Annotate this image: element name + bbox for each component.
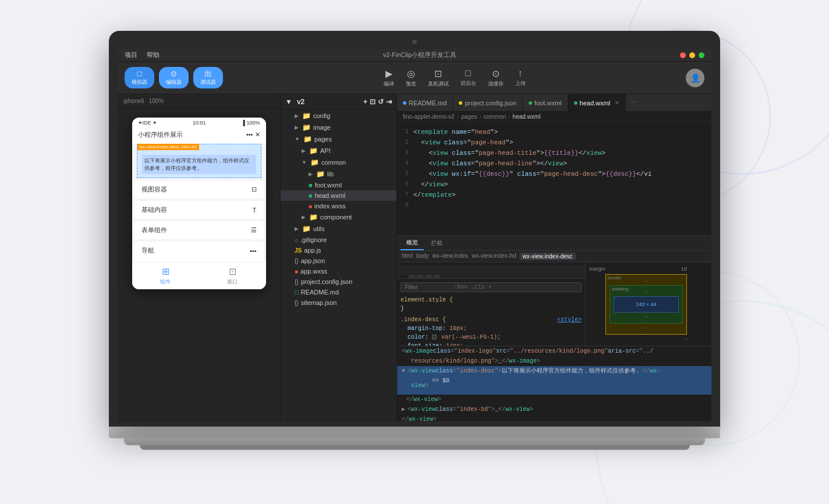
clear-cache-tool[interactable]: ⊙ 清缓存: [488, 68, 504, 88]
new-file-icon[interactable]: +: [363, 98, 367, 106]
background-tool[interactable]: □ 切后台: [460, 68, 476, 88]
preview-tool[interactable]: ◎ 预览: [406, 68, 416, 88]
app: 项目 帮助 v2-FinClip小程序开发工具 □ 模拟器: [118, 49, 711, 421]
devtools-tab-overview[interactable]: 概览: [401, 236, 424, 250]
device-debug-tool[interactable]: ⊡ 真机调试: [428, 68, 449, 88]
interface-tab-label: 接口: [227, 278, 238, 286]
simulator-icon: □: [137, 69, 142, 79]
tree-item-index-wxss[interactable]: ■ index.wxss: [281, 201, 396, 211]
editor-button[interactable]: ⊙ 编辑器: [159, 67, 189, 88]
tab-foot-wxml[interactable]: foot.wxml: [523, 94, 568, 112]
collapse-icon[interactable]: ⇥: [386, 98, 392, 106]
tree-item-project-config[interactable]: {} project.config.json: [281, 276, 396, 287]
app-title: v2-FinClip小程序开发工具: [169, 51, 671, 59]
el-tab-breakpoints[interactable]: [417, 275, 424, 278]
compile-tool[interactable]: ▶ 编译: [384, 68, 394, 88]
tree-item-app-wxss-label: app.wxss: [300, 268, 327, 275]
tree-item-app-json[interactable]: {} app.json: [281, 255, 396, 266]
avatar[interactable]: 👤: [686, 69, 704, 87]
tree-item-common[interactable]: ▼ 📁 common: [281, 157, 396, 168]
section-nav[interactable]: 导航 •••: [134, 242, 264, 260]
toolbar-left: □ 模拟器 ⊙ 编辑器 出 调试器: [125, 67, 223, 88]
filter-hint: :hov .cls +: [454, 284, 492, 290]
tree-item-lib[interactable]: ▶ 📁 lib: [281, 168, 396, 180]
tab-head-wxml[interactable]: head.wxml ✕: [568, 94, 626, 112]
phone-tab-interface[interactable]: ⊡ 接口: [199, 262, 266, 289]
tab-head-close[interactable]: ✕: [615, 100, 619, 106]
section-views-label: 视图容器: [141, 185, 167, 194]
tree-item-api[interactable]: ▶ 📁 API: [281, 145, 396, 157]
new-folder-icon[interactable]: ⊡: [370, 98, 375, 106]
tree-item-foot-wxml[interactable]: ■ foot.wxml: [281, 180, 396, 190]
window-controls: [680, 52, 704, 58]
phone-battery: ▐ 100%: [242, 120, 260, 126]
tree-item-api-label: API: [320, 147, 331, 154]
element-selector-bar: html body wx-view.index wx-view.index-hd…: [397, 251, 711, 262]
devtools-tab-intercept[interactable]: 拦截: [425, 237, 448, 250]
tab-project-config[interactable]: project.config.json: [453, 94, 523, 112]
tab-more[interactable]: ⋯: [626, 99, 642, 107]
css-rule-index-desc: .index-desc { <style> margin-top: 10px; …: [401, 315, 582, 346]
tree-item-sitemap[interactable]: {} sitemap.json: [281, 297, 396, 308]
phone-tab-component[interactable]: ⊞ 组件: [132, 262, 199, 289]
menu-item-help[interactable]: 帮助: [147, 51, 160, 59]
upload-tool[interactable]: ↑ 上传: [515, 68, 526, 88]
selector-wx-view-hd[interactable]: wx-view.index-hd: [472, 253, 516, 260]
html-line-3: ▼<wx-view class="index-desc">以下将展示小程序官方组…: [397, 366, 711, 376]
tree-item-app-js[interactable]: JS app.js: [281, 245, 396, 255]
section-basic[interactable]: 基础内容 T: [134, 201, 264, 219]
code-line-3: 3 <view class="page-head-title">{{title}…: [397, 148, 711, 158]
close-button[interactable]: [680, 52, 686, 58]
filter-bar: :hov .cls +: [401, 282, 582, 292]
tree-item-pages[interactable]: ▼ 📁 pages: [281, 133, 396, 145]
code-line-1: 1 <template name="head">: [397, 127, 711, 137]
section-form-label: 表单组件: [141, 226, 167, 235]
margin-value: 10: [681, 266, 687, 272]
code-line-4: 4 <view class="page-head-line"></view>: [397, 158, 711, 169]
html-line-4: view> == $0: [397, 376, 711, 395]
tree-item-utils[interactable]: ▶ 📁 utils: [281, 223, 396, 235]
laptop-bottom: [124, 438, 705, 445]
tree-item-component[interactable]: ▶ 📁 component: [281, 211, 396, 223]
minimize-button[interactable]: [689, 52, 695, 58]
el-tab-events[interactable]: [409, 275, 416, 278]
el-tab-properties[interactable]: [425, 275, 432, 278]
tree-item-app-wxss[interactable]: ■ app.wxss: [281, 266, 396, 276]
device-debug-label: 真机调试: [428, 80, 449, 88]
toolbar: □ 模拟器 ⊙ 编辑器 出 调试器: [118, 62, 711, 94]
section-views[interactable]: 视图容器 ⊡: [134, 180, 264, 198]
selector-wx-view-index[interactable]: wx-view.index: [433, 253, 469, 260]
tree-item-lib-label: lib: [327, 171, 334, 178]
filter-input[interactable]: [405, 284, 451, 290]
menu-item-project[interactable]: 项目: [125, 51, 137, 59]
debugger-button[interactable]: 出 调试器: [193, 67, 223, 88]
element-text: 以下将展示小程序官方组件能力，组件样式仅供参考，程序仅供参考。: [142, 155, 256, 174]
tree-item-config[interactable]: ▶ 📁 config: [281, 110, 396, 122]
el-tab-styles[interactable]: [401, 275, 408, 278]
debugger-label: 调试器: [200, 79, 216, 86]
section-form[interactable]: 表单组件 ☰: [134, 221, 264, 239]
el-tab-accessibility[interactable]: [433, 275, 440, 278]
devtools-html-panel: :hov .cls + element.style { } .index-des…: [397, 262, 586, 346]
component-tab-icon: ⊞: [162, 266, 169, 277]
phone-title-actions: ••• ✕: [246, 131, 260, 139]
selector-wx-view-desc[interactable]: wx-view.index-desc: [519, 253, 575, 260]
tree-item-image[interactable]: ▶ 📁 image: [281, 122, 396, 133]
code-line-2: 2 <view class="page-head">: [397, 137, 711, 148]
color-swatch[interactable]: [432, 335, 437, 339]
phone-bottom-tabs: ⊞ 组件 ⊡ 接口: [132, 262, 266, 289]
tree-item-readme[interactable]: □ README.md: [281, 287, 396, 297]
simulator-label: 模拟器: [132, 79, 147, 86]
selector-body[interactable]: body: [416, 253, 429, 260]
refresh-icon[interactable]: ↺: [378, 98, 384, 106]
simulator-button[interactable]: □ 模拟器: [125, 67, 154, 88]
tree-item-head-wxml[interactable]: ■ head.wxml: [281, 190, 396, 201]
maximize-button[interactable]: [699, 52, 704, 58]
phone-signal: ✦IDE ✦: [138, 120, 158, 126]
tree-item-gitignore[interactable]: ○ .gitignore: [281, 235, 396, 245]
section-basic-icon: T: [253, 207, 257, 214]
selector-html[interactable]: html: [402, 253, 413, 260]
tab-readme[interactable]: README.md: [397, 94, 453, 112]
code-block[interactable]: 1 <template name="head"> 2 <view class="…: [397, 122, 711, 235]
section-nav-icon: •••: [250, 247, 257, 254]
